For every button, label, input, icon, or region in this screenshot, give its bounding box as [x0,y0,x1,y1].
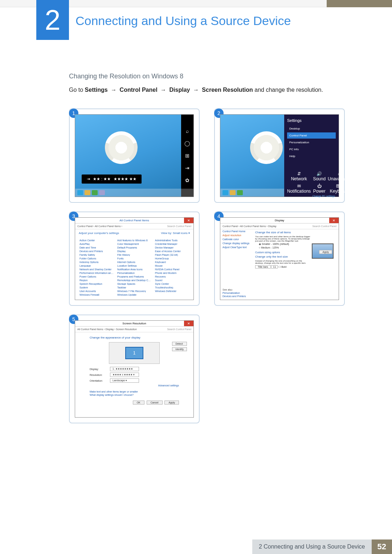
control-panel-item[interactable]: File History [117,254,151,256]
control-panel-item[interactable]: Color Management [117,243,151,245]
control-panel-item[interactable]: Recovery [155,275,189,278]
control-panel-item[interactable]: Programs and Features [117,275,151,278]
control-panel-item[interactable]: Display [117,250,151,253]
sidebar-adjust-resolution[interactable]: Adjust resolution [222,234,251,237]
control-panel-item[interactable]: HomeGroup [155,257,189,260]
link-make-larger[interactable]: Make text and other items larger or smal… [90,390,179,393]
control-panel-item[interactable]: Action Center [79,239,114,242]
start-icon[interactable]: ⊞ [185,153,189,159]
control-panel-item[interactable]: Region [79,279,114,282]
app-icon[interactable] [99,190,105,195]
settings-item-help[interactable]: Help [287,153,336,159]
share-icon[interactable]: ◯ [184,140,190,146]
orientation-dropdown[interactable]: Landscape ▾ [110,378,139,383]
resolution-dropdown[interactable]: ★★★★ x ★★★★ ▾ [110,373,139,377]
breadcrumb[interactable]: Control Panel › All Control Panel Items … [222,225,277,227]
display-dropdown[interactable]: 1. ★★★★★★★★ [110,367,139,371]
store-icon[interactable] [92,190,98,195]
ie-icon[interactable] [77,190,83,195]
size-dropdown[interactable]: 11 [271,265,278,268]
bold-checkbox[interactable]: ☐ Bold [278,266,286,268]
viewby-dropdown[interactable]: View by: Small icons ▾ [161,231,190,235]
sidebar-change-settings[interactable]: Change display settings [222,242,251,245]
network-tile[interactable]: ⇵Network [287,171,311,181]
detect-button[interactable]: Detect [172,342,187,346]
control-panel-item[interactable]: RemoteApp and Desktop Connections [117,279,151,282]
settings-item-control-panel[interactable]: Control Panel [287,132,336,139]
control-panel-item[interactable]: Performance Information and Tools [79,272,114,274]
control-panel-item[interactable]: Folder Options [79,257,114,260]
ok-button[interactable]: OK [133,401,144,405]
change-pc-settings-link[interactable]: Change PC settings [313,195,335,197]
control-panel-item[interactable]: Mouse [155,264,189,267]
settings-icon[interactable]: ✿ [185,177,189,183]
identify-button[interactable]: Identify [172,347,187,351]
sidebar-cleartype[interactable]: Adjust ClearType text [222,246,251,249]
close-icon[interactable]: ✕ [184,218,193,223]
control-panel-item[interactable]: Personalization [117,272,151,274]
settings-item-personalization[interactable]: Personalization [287,139,336,145]
search-input[interactable]: Search Control Panel [167,328,191,331]
control-panel-item[interactable]: Phone and Modem [155,272,189,274]
sidebar-home[interactable]: Control Panel Home [222,230,251,233]
control-panel-item[interactable]: Internet Options [117,261,151,263]
notifications-tile[interactable]: ✉Notifications [287,184,311,194]
search-input[interactable]: Search Control Panel [167,225,191,227]
search-input[interactable]: Search Control Panel [312,225,336,227]
control-panel-item[interactable]: Windows Defender [155,290,189,292]
control-panel-item[interactable]: Keyboard [155,261,189,263]
power-tile[interactable]: ⏻Power [313,184,326,194]
control-panel-item[interactable]: Credential Manager [155,243,189,245]
control-panel-item[interactable]: Fonts [117,257,151,260]
control-panel-item[interactable] [155,294,189,296]
see-also-devices[interactable]: Devices and Printers [222,295,246,297]
control-panel-item[interactable]: Windows 7 File Recovery [117,290,151,292]
monitor-1[interactable]: 1 [125,347,143,359]
ie-icon[interactable] [222,190,228,195]
control-panel-item[interactable]: Device Manager [155,246,189,249]
close-icon[interactable]: ✕ [184,321,193,326]
control-panel-item[interactable]: Administrative Tools [155,239,189,242]
item-dropdown[interactable]: Title bars [255,265,271,268]
control-panel-item[interactable]: AutoPlay [79,243,114,245]
control-panel-item[interactable]: Flash Player (32-bit) [155,254,189,256]
control-panel-item[interactable]: Indexing Options [79,261,114,263]
control-panel-item[interactable]: Location Settings [117,264,151,267]
control-panel-item[interactable]: Sound [155,279,189,282]
control-panel-item[interactable]: Ease of Access Center [155,250,189,253]
settings-item-pc-info[interactable]: PC info [287,146,336,152]
sound-tile[interactable]: 🔊Sound [313,171,326,181]
search-icon[interactable]: ⌕ [186,128,189,134]
apply-button[interactable]: Apply [164,401,179,405]
control-panel-item[interactable]: Devices and Printers [79,250,114,253]
see-also-personalization[interactable]: Personalization [222,292,246,294]
explorer-icon[interactable] [230,190,236,195]
control-panel-item[interactable]: Speech Recognition [79,283,114,285]
control-panel-item[interactable]: NVIDIA Control Panel [155,268,189,271]
breadcrumb[interactable]: Control Panel › All Control Panel Items … [77,225,122,227]
control-panel-item[interactable]: User Accounts [79,290,114,292]
explorer-icon[interactable] [85,190,90,195]
control-panel-item[interactable]: Family Safety [79,254,114,256]
control-panel-item[interactable]: Sync Center [155,283,189,285]
control-panel-item[interactable]: Language [79,264,114,267]
devices-icon[interactable]: ⇥ [185,165,189,171]
control-panel-item[interactable]: Power Options [79,275,114,278]
control-panel-item[interactable]: Default Programs [117,246,151,249]
control-panel-item[interactable]: Add features to Windows 8 [117,239,151,242]
control-panel-item[interactable]: Storage Spaces [117,283,151,285]
control-panel-item[interactable]: Troubleshooting [155,286,189,289]
link-what-settings[interactable]: What display settings should I choose? [90,394,179,396]
control-panel-item[interactable]: Windows Update [117,294,151,296]
control-panel-item[interactable]: Date and Time [79,246,114,249]
apply-button[interactable]: Apply [319,250,332,254]
store-icon[interactable] [237,190,243,195]
advanced-settings-link[interactable]: Advanced settings [90,384,179,387]
sidebar-calibrate[interactable]: Calibrate color [222,238,251,241]
control-panel-item[interactable]: Windows Firewall [79,294,114,296]
breadcrumb[interactable]: All Control Panel Items › Display › Scre… [77,328,137,331]
settings-item-desktop[interactable]: Desktop [287,126,336,132]
cancel-button[interactable]: Cancel [147,401,163,405]
close-icon[interactable]: ✕ [329,218,339,223]
control-panel-item[interactable]: Notification Area Icons [117,268,151,271]
